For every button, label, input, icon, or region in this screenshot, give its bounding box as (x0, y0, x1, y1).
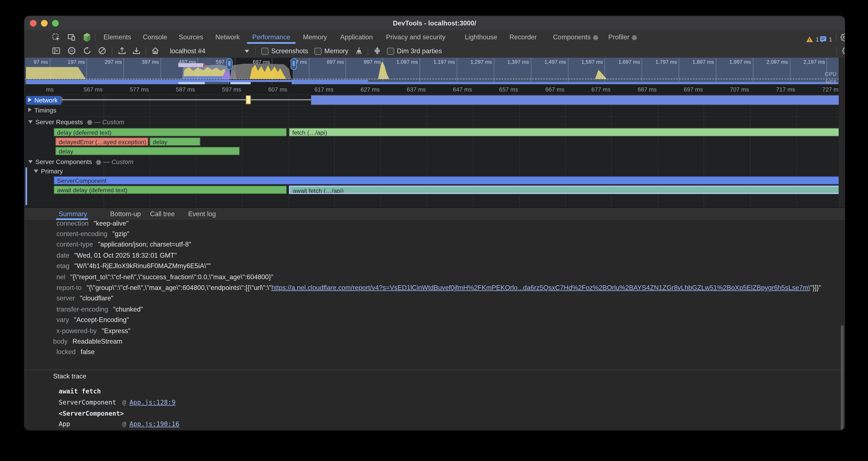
stack-frame-source-link[interactable]: App.js:190:16 (129, 420, 179, 428)
network-overview-bar (230, 82, 251, 84)
save-profile-icon[interactable] (132, 47, 141, 55)
server-requests-track-label[interactable]: Server Requests — Custom (28, 119, 124, 125)
tab-privacy-and-security[interactable]: Privacy and security (386, 31, 445, 44)
property-value: "chunked" (113, 305, 143, 313)
tab-console[interactable]: Console (143, 31, 167, 44)
tab-recorder[interactable]: Recorder (509, 31, 537, 44)
ruler-tick-label: 727 ms (822, 86, 839, 93)
tab-profiler[interactable]: Profiler (608, 31, 637, 44)
network-track[interactable]: Network (25, 95, 839, 105)
server-components-track-label[interactable]: Server Components — Custom (28, 159, 133, 165)
timeline-gridline (288, 94, 289, 207)
tab-memory[interactable]: Memory (303, 31, 327, 44)
toolbar-separator-3 (255, 47, 256, 55)
load-profile-icon[interactable] (118, 47, 127, 55)
flame-bar-label: delayedError (…ayed exception) (59, 139, 146, 145)
property-value: "keep-alive" (94, 221, 129, 227)
property-row: connection"keep-alive" (24, 221, 840, 228)
stack-frame-source-link[interactable]: App.js:128:9 (129, 398, 175, 406)
flame-bar[interactable]: ServerComponent (54, 176, 839, 184)
details-tab-event-log[interactable]: Event log (188, 208, 216, 220)
flame-bar[interactable]: delay (55, 147, 240, 155)
record-button[interactable] (67, 47, 76, 55)
flame-bar[interactable]: fetch (…/api) (289, 128, 839, 137)
tabbar-separator (95, 33, 95, 41)
profile-select-caret[interactable] (245, 50, 249, 53)
timings-track-label[interactable]: Timings (28, 107, 56, 114)
stack-frame-at: @ (122, 420, 126, 428)
home-icon[interactable] (151, 47, 160, 55)
property-value: "gzip" (112, 230, 129, 238)
tab-network[interactable]: Network (215, 31, 240, 44)
tab-components[interactable]: Components (553, 31, 598, 44)
titlebar: DevTools - localhost:3000/ (24, 16, 845, 31)
network-request-short-bar[interactable] (246, 95, 251, 104)
react-atom-icon (631, 35, 637, 40)
device-toolbar-icon[interactable] (67, 33, 76, 42)
overview-tick-label: 697 ms (237, 59, 270, 65)
overview-tick-label: 997 ms (348, 59, 381, 65)
report-to-url-link[interactable]: https://a.nel.cloudflare.com/report/v4?s… (272, 284, 810, 291)
timeline-overview[interactable]: 97 ms197 ms297 ms397 ms497 ms597 ms697 m… (25, 58, 839, 84)
ruler-tick-label: 617 ms (314, 86, 333, 93)
inspect-element-icon[interactable] (52, 33, 60, 42)
memory-checkbox[interactable] (314, 48, 322, 55)
primary-subtrack-label[interactable]: Primary (34, 168, 63, 174)
overview-gridline (753, 58, 753, 84)
selection-right-handle[interactable] (291, 58, 297, 70)
tab-performance[interactable]: Performance (252, 31, 290, 44)
flamechart-area[interactable]: ms 567 ms577 ms587 ms597 ms607 ms617 ms6… (25, 84, 839, 207)
collapse-tracks-icon[interactable] (373, 47, 382, 55)
clear-icon[interactable] (98, 47, 107, 55)
stack-frame-function: App (59, 420, 122, 428)
settings-gear-icon[interactable] (840, 33, 845, 42)
property-row: report-to"{\"group\":\"cf-nel\",\"max_ag… (24, 283, 840, 292)
details-scrollbar[interactable] (841, 325, 844, 430)
cpu-lane-label: CPU (825, 71, 836, 77)
flame-bar[interactable]: delay (150, 138, 200, 146)
dim-3rd-parties-checkbox[interactable] (387, 48, 394, 55)
flame-bar-label: fetch (…/api) (292, 129, 327, 136)
dim-3rd-parties-label: Dim 3rd parties (397, 44, 442, 58)
details-tab-call-tree[interactable]: Call tree (150, 208, 175, 220)
details-tab-bottom-up[interactable]: Bottom-up (110, 208, 141, 220)
flame-bar-label: delay (153, 139, 167, 145)
tab-application[interactable]: Application (340, 31, 373, 44)
property-row: transfer-encoding"chunked" (24, 305, 840, 314)
overview-tick-label: 1,797 ms (644, 59, 677, 65)
flame-bar[interactable]: delay (deferred text) (54, 128, 287, 137)
issues-badge[interactable]: 1 (820, 34, 836, 42)
ruler-tick-label: 607 ms (268, 86, 287, 93)
overview-tick-label: 397 ms (126, 59, 159, 65)
overview-tick-label: 1,697 ms (607, 59, 640, 65)
overview-tick-label: 1,397 ms (496, 59, 529, 65)
flame-bar[interactable]: await delay (deferred text) (54, 185, 287, 194)
capture-settings-gear-icon[interactable] (842, 47, 845, 55)
collect-garbage-icon[interactable] (354, 47, 363, 55)
toggle-sidebar-icon[interactable] (52, 47, 61, 55)
network-track-label[interactable]: Network (26, 95, 62, 104)
overview-tick-label: 1,997 ms (718, 59, 751, 65)
react-devtools-icon (83, 33, 91, 41)
network-request-long-bar[interactable] (311, 95, 839, 104)
primary-group-indicator (25, 167, 27, 205)
property-row: vary"Accept-Encoding" (24, 315, 840, 324)
tab-elements[interactable]: Elements (103, 31, 131, 44)
property-row: server"cloudflare" (24, 294, 840, 303)
flame-bar[interactable]: delayedError (…ayed exception) (55, 138, 148, 146)
devtools-screenshot: DevTools - localhost:3000/ ElementsConso… (0, 0, 868, 461)
screenshots-checkbox[interactable] (261, 48, 269, 55)
ruler-tick-label: 657 ms (499, 86, 518, 93)
details-tabbar: SummaryBottom-upCall treeEvent log (24, 208, 845, 221)
overview-tick-label: 97 ms (25, 59, 48, 65)
record-and-reload-icon[interactable] (83, 47, 92, 55)
selection-left-handle[interactable] (226, 58, 232, 70)
ruler-tick-label: 707 ms (730, 86, 749, 93)
profile-select[interactable]: localhost #4 (170, 44, 206, 58)
overview-gridline (604, 58, 605, 84)
tab-lighthouse[interactable]: Lighthouse (465, 31, 497, 44)
overview-tick-label: 1,297 ms (459, 59, 492, 65)
flame-bar[interactable]: await fetch (…/api) (289, 185, 839, 194)
tab-sources[interactable]: Sources (179, 31, 203, 44)
react-atom-icon (87, 120, 92, 125)
